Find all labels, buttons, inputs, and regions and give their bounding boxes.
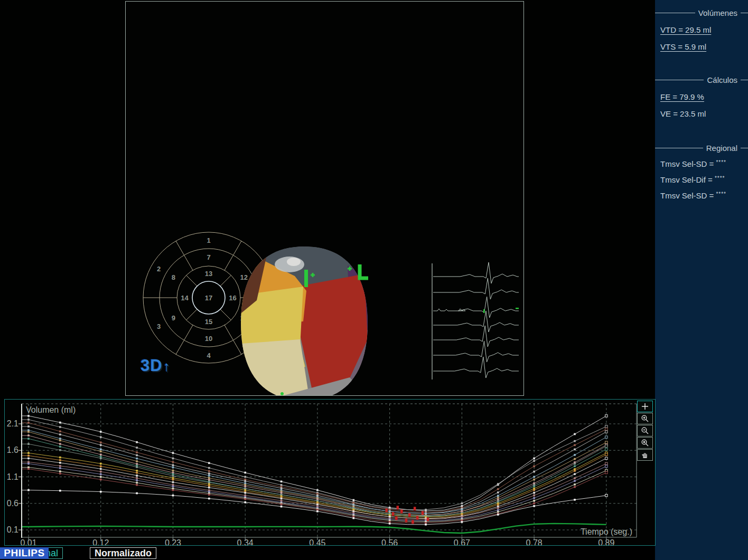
bullseye-segment-label-12[interactable]: 12 xyxy=(240,273,247,281)
bullseye-segment-label-7[interactable]: 7 xyxy=(207,253,210,261)
section-regional: Regional Tmsv Sel-SD = **** Tmsv Sel-Dif… xyxy=(655,144,748,200)
volume-series xyxy=(22,415,607,526)
volume-chart-panel: Volumen (ml)Tiempo (seg.)0.10.61.11.62.1… xyxy=(4,399,656,546)
bullseye-segment-label-16[interactable]: 16 xyxy=(229,294,236,302)
x-tick-label: 0.23 xyxy=(165,538,181,545)
bullseye-segment-label-3[interactable]: 3 xyxy=(157,322,161,330)
bullseye-divider xyxy=(186,276,198,287)
bottom-bar: PHILIPS Regional Normalizado xyxy=(0,546,654,560)
y-tick-label: 0.6 xyxy=(7,499,18,508)
chart-crosshair-button[interactable] xyxy=(637,401,653,412)
results-sidebar: Volúmenes VTD = 29.5 ml VTS = 5.9 ml Cál… xyxy=(655,0,748,560)
bullseye-segment-label-15[interactable]: 15 xyxy=(205,318,212,326)
tmsv-sel-sd-2-value: **** xyxy=(716,191,726,197)
ecg-trace-3 xyxy=(433,297,519,318)
section-volumes: Volúmenes VTD = 29.5 ml VTS = 5.9 ml xyxy=(655,0,748,51)
marker-i-icon xyxy=(304,270,308,287)
chart-x-axis-label: Tiempo (seg.) xyxy=(581,527,632,536)
3d-label-text: 3D xyxy=(141,356,163,375)
fe-value[interactable]: FE = 79.9 % xyxy=(660,92,748,101)
x-tick-label: 0.01 xyxy=(20,538,36,545)
bullseye-segment-label-1[interactable]: 1 xyxy=(207,236,210,244)
ecg-trace-7 xyxy=(433,357,519,378)
tmsv-sel-sd-2: Tmsv Sel-SD = **** xyxy=(660,191,748,200)
ecg-trace-5 xyxy=(433,326,519,347)
bullseye-segment-label-17[interactable]: 17 xyxy=(205,294,212,302)
section-title-regional: Regional xyxy=(655,144,748,153)
chart-zoom-out-button[interactable] xyxy=(637,425,653,436)
chart-title: Volumen (ml) xyxy=(26,405,76,414)
bullseye-segment-label-10[interactable]: 10 xyxy=(205,335,212,343)
ecg-trace-stack xyxy=(432,262,519,379)
x-tick-label: 0.78 xyxy=(526,538,543,545)
vtd-value[interactable]: VTD = 29.5 ml xyxy=(660,25,748,34)
y-tick-label: 1.6 xyxy=(7,445,18,454)
screen: 1234567891011121314151617 3D↑ Volúmenes … xyxy=(0,0,748,560)
series-seg-11 xyxy=(22,454,606,518)
x-tick-label: 0.45 xyxy=(309,538,325,545)
tmsv-sel-sd-1-value: **** xyxy=(716,159,726,165)
tab-normalizado[interactable]: Normalizado xyxy=(90,547,156,559)
bullseye-divider xyxy=(176,241,193,270)
bullseye-divider xyxy=(225,241,241,270)
ecg-trace-1 xyxy=(433,262,519,283)
zoom-in-icon xyxy=(641,414,649,423)
up-arrow-icon: ↑ xyxy=(163,358,171,374)
x-tick-label: 0.56 xyxy=(381,538,398,545)
echo-view-panel: 1234567891011121314151617 3D↑ xyxy=(125,1,524,396)
hand-icon xyxy=(641,451,649,459)
section-title-calculos: Cálculos xyxy=(655,75,748,84)
y-tick-label: 1.1 xyxy=(7,472,18,481)
tmsv-sel-sd-1: Tmsv Sel-SD = **** xyxy=(660,159,748,168)
x-tick-label: 0.12 xyxy=(92,538,109,545)
chart-toolbar xyxy=(637,401,653,461)
volume-chart[interactable]: Volumen (ml)Tiempo (seg.)0.10.61.11.62.1… xyxy=(5,400,655,545)
ecg-trace-2 xyxy=(433,278,519,299)
philips-logo: PHILIPS xyxy=(0,547,49,559)
echo-view-canvas: 1234567891011121314151617 xyxy=(126,2,523,395)
section-calculos: Cálculos FE = 79.9 % VE = 23.5 ml xyxy=(655,75,748,118)
bullseye-segment-label-2[interactable]: 2 xyxy=(157,265,161,273)
tmsv-sel-dif: Tmsv Sel-Dif = **** xyxy=(660,175,748,184)
bullseye-divider xyxy=(176,325,193,354)
y-tick-label: 0.1 xyxy=(7,525,18,534)
series-seg-6 xyxy=(22,432,606,515)
chart-zoom-in-button[interactable] xyxy=(637,413,653,424)
ecg-trace-4 xyxy=(433,311,519,332)
zoom-reset-icon xyxy=(641,439,649,447)
y-tick-label: 2.1 xyxy=(7,419,18,428)
chart-zoom-reset-button[interactable] xyxy=(637,437,653,449)
bullseye-segment-label-9[interactable]: 9 xyxy=(172,314,175,322)
zoom-out-icon xyxy=(641,426,649,435)
bullseye-segment-label-14[interactable]: 14 xyxy=(181,294,189,302)
crosshair-icon xyxy=(641,402,649,411)
series-global xyxy=(22,524,606,533)
bullseye-divider xyxy=(186,309,198,320)
bullseye-segment-label-13[interactable]: 13 xyxy=(205,270,212,278)
x-tick-label: 0.67 xyxy=(454,538,470,545)
3d-orientation-label[interactable]: 3D↑ xyxy=(141,356,171,375)
ecg-trace-6 xyxy=(433,341,519,362)
bullseye-segment-label-4[interactable]: 4 xyxy=(207,352,211,359)
bullseye-divider xyxy=(220,276,231,287)
tmsv-sel-dif-value: **** xyxy=(715,175,725,181)
ve-value: VE = 23.5 ml xyxy=(660,109,748,118)
apex-marker xyxy=(280,392,284,395)
chart-grid xyxy=(22,404,637,537)
x-tick-label: 0.34 xyxy=(237,538,254,545)
section-title-volumenes: Volúmenes xyxy=(655,0,748,17)
vts-value[interactable]: VTS = 5.9 ml xyxy=(660,42,748,51)
bullseye-divider xyxy=(220,309,231,320)
bullseye-divider xyxy=(225,325,241,354)
x-tick-label: 0.89 xyxy=(598,538,614,545)
marker-l-icon xyxy=(360,264,368,278)
chart-pan-button[interactable] xyxy=(637,449,653,461)
bullseye-segment-label-8[interactable]: 8 xyxy=(172,273,175,281)
